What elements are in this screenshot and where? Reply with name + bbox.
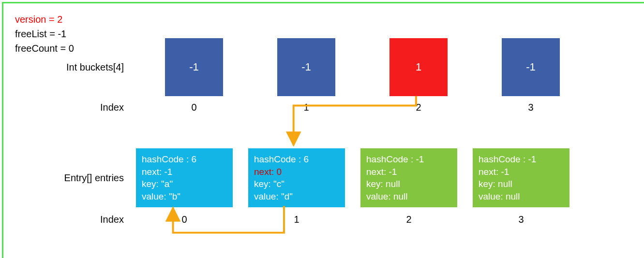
bucket-index-2: 2 [389, 102, 448, 113]
entry-3-value: value: null [479, 190, 564, 203]
entry-3: hashCode : -1 next: -1 key: null value: … [473, 148, 569, 207]
bucket-index-cells: 0 1 2 3 [165, 102, 560, 113]
bucket-1: -1 [277, 38, 335, 96]
entry-1-key: key: "c" [254, 178, 339, 190]
bucket-2-value: 1 [416, 61, 421, 73]
entry-0: hashCode : 6 next: -1 key: "a" value: "b… [136, 148, 233, 207]
entry-index-row: Index 0 1 2 3 [15, 214, 633, 225]
entry-1: hashCode : 6 next: 0 key: "c" value: "d" [248, 148, 345, 207]
entry-0-key: key: "a" [142, 178, 227, 190]
entry-0-value: value: "b" [142, 190, 227, 203]
entry-2: hashCode : -1 next: -1 key: null value: … [360, 148, 457, 207]
bucket-index-row: Index 0 1 2 3 [15, 102, 633, 113]
entry-1-value: value: "d" [254, 190, 339, 203]
entry-2-hash: hashCode : -1 [366, 153, 451, 166]
bucket-3-value: -1 [526, 61, 536, 73]
entries-cells: hashCode : 6 next: -1 key: "a" value: "b… [136, 148, 569, 207]
bucket-index-3: 3 [502, 102, 560, 113]
entry-2-key: key: null [366, 178, 451, 190]
diagram-frame: version = 2 freeList = -1 freeCount = 0 … [2, 2, 644, 258]
entry-1-hash: hashCode : 6 [254, 153, 339, 166]
buckets-row: Int buckets[4] -1 -1 1 -1 [15, 38, 633, 96]
entry-3-key: key: null [479, 178, 564, 190]
buckets-cells: -1 -1 1 -1 [165, 38, 560, 96]
bucket-0-value: -1 [189, 61, 199, 73]
bucket-index-0: 0 [165, 102, 223, 113]
entries-row: Entry[] entries hashCode : 6 next: -1 ke… [15, 148, 633, 207]
bucket-index-1: 1 [277, 102, 335, 113]
index-label-1: Index [15, 102, 129, 113]
bucket-0: -1 [165, 38, 223, 96]
bucket-1-value: -1 [301, 61, 311, 73]
entry-0-next: next: -1 [142, 166, 227, 178]
entry-index-0: 0 [136, 214, 233, 225]
entry-index-3: 3 [473, 214, 569, 225]
entry-index-2: 2 [360, 214, 457, 225]
entry-0-hash: hashCode : 6 [142, 153, 227, 166]
entry-3-next: next: -1 [479, 166, 564, 178]
entries-label: Entry[] entries [15, 172, 129, 184]
entry-index-cells: 0 1 2 3 [136, 214, 569, 225]
bucket-2: 1 [389, 38, 448, 96]
entry-index-1: 1 [248, 214, 345, 225]
entry-2-next: next: -1 [366, 166, 451, 178]
entry-3-hash: hashCode : -1 [479, 153, 564, 166]
bucket-3: -1 [502, 38, 560, 96]
version-line: version = 2 [15, 12, 74, 27]
entry-2-value: value: null [366, 190, 451, 203]
index-label-2: Index [15, 214, 129, 225]
buckets-label: Int buckets[4] [15, 62, 129, 73]
entry-1-next: next: 0 [254, 166, 339, 178]
